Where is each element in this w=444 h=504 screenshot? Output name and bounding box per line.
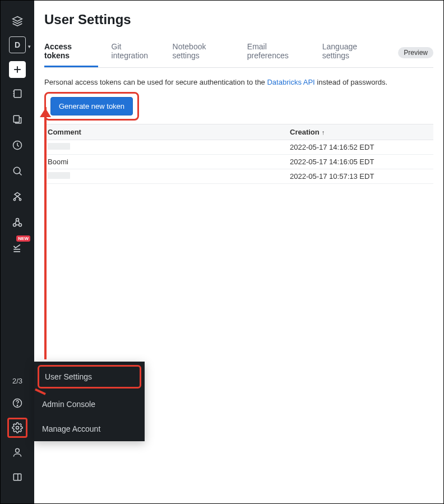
svg-line-15: [17, 196, 20, 198]
panel-icon[interactable]: [7, 467, 27, 487]
settings-icon[interactable]: [7, 418, 27, 438]
col-comment[interactable]: Comment: [48, 128, 290, 136]
sidebar: D ▾ NEW 2/3: [1, 1, 34, 504]
svg-point-13: [19, 198, 21, 200]
svg-point-9: [13, 167, 20, 174]
notebook-icon[interactable]: [7, 84, 27, 104]
compute-icon[interactable]: [7, 212, 27, 233]
main-content: User Settings Access tokens Git integrat…: [34, 1, 443, 503]
annotation-arrow: [44, 107, 47, 359]
search-icon[interactable]: [7, 161, 27, 181]
table-header: Comment Creation ↑: [44, 124, 433, 140]
databricks-api-link[interactable]: Databricks API: [267, 78, 314, 86]
page-title: User Settings: [44, 12, 433, 27]
repos-icon[interactable]: [7, 109, 27, 130]
cell-comment: Boomi: [48, 158, 290, 166]
table-row[interactable]: 2022-05-17 10:57:13 EDT: [44, 169, 433, 184]
table-row[interactable]: 2022-05-17 14:16:52 EDT: [44, 140, 433, 155]
tab-language-settings[interactable]: Language settings: [322, 38, 385, 67]
cell-comment: [48, 172, 290, 181]
help-icon[interactable]: [7, 393, 27, 413]
svg-marker-11: [15, 193, 20, 197]
data-icon[interactable]: [7, 187, 27, 207]
chevron-down-icon: ▾: [28, 44, 31, 49]
preview-pill[interactable]: Preview: [398, 47, 433, 58]
cell-creation: 2022-05-17 14:16:52 EDT: [290, 143, 430, 151]
svg-rect-3: [14, 90, 21, 97]
svg-point-17: [13, 224, 16, 226]
info-text: Personal access tokens can be used for s…: [44, 78, 433, 86]
sidebar-bottom: 2/3: [1, 377, 34, 504]
cell-creation: 2022-05-17 10:57:13 EDT: [290, 172, 430, 181]
col-creation[interactable]: Creation ↑: [290, 128, 430, 136]
counter-label: 2/3: [12, 377, 22, 385]
new-badge: NEW: [16, 235, 30, 242]
logo-icon[interactable]: [7, 11, 27, 31]
create-button[interactable]: [9, 61, 26, 78]
svg-rect-28: [13, 474, 21, 480]
user-icon[interactable]: [7, 442, 27, 463]
svg-point-26: [16, 427, 19, 429]
generate-new-token-button[interactable]: Generate new token: [50, 97, 133, 115]
tabs: Access tokens Git integration Notebook s…: [44, 38, 433, 68]
svg-rect-7: [13, 115, 19, 122]
tab-email-preferences[interactable]: Email preferences: [247, 38, 309, 67]
cell-comment: [48, 143, 290, 151]
tab-notebook-settings[interactable]: Notebook settings: [173, 38, 234, 67]
svg-marker-0: [13, 17, 22, 21]
tab-access-tokens[interactable]: Access tokens: [44, 38, 98, 67]
svg-point-25: [17, 405, 17, 406]
workspace-menu[interactable]: D ▾: [9, 36, 26, 53]
workflows-icon[interactable]: NEW: [7, 238, 27, 258]
recent-icon[interactable]: [7, 135, 27, 155]
svg-point-12: [13, 198, 15, 200]
svg-point-27: [16, 448, 20, 452]
tab-git-integration[interactable]: Git integration: [112, 38, 159, 67]
generate-highlight: Generate new token: [44, 92, 139, 121]
table-row[interactable]: Boomi2022-05-17 14:16:05 EDT: [44, 155, 433, 169]
svg-line-19: [15, 221, 16, 224]
sort-asc-icon: ↑: [322, 129, 325, 136]
svg-line-20: [18, 221, 20, 224]
svg-point-18: [19, 224, 22, 226]
cell-creation: 2022-05-17 14:16:05 EDT: [290, 158, 430, 166]
tokens-table: Comment Creation ↑ 2022-05-17 14:16:52 E…: [44, 124, 433, 184]
svg-line-14: [15, 196, 17, 198]
svg-line-10: [19, 173, 21, 175]
